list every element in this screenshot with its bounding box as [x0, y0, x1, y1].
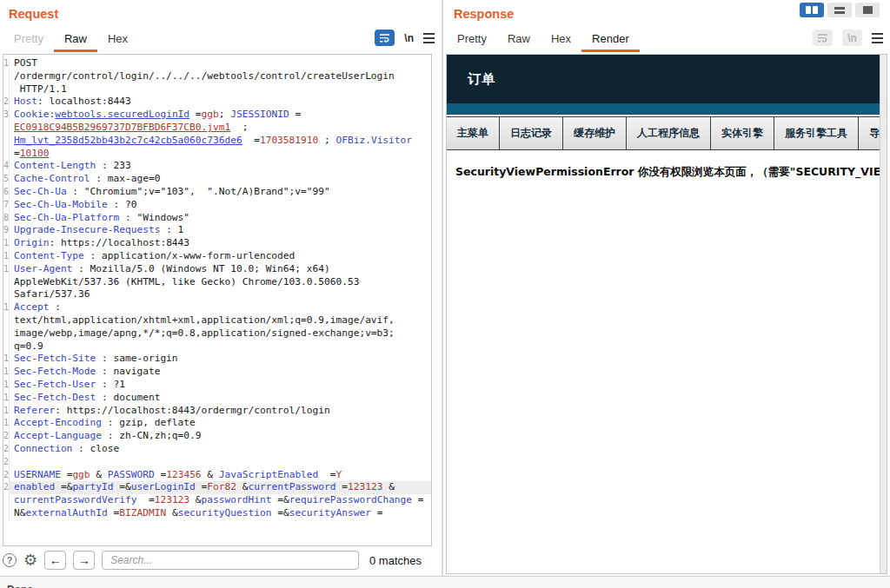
request-panel-title: Request	[9, 7, 58, 21]
line-number	[3, 340, 10, 353]
editor-line: N&externalAuthId =BIZADMIN &securityQues…	[3, 507, 431, 520]
help-icon[interactable]: ?	[3, 553, 17, 567]
editor-line: 6Sec-Ch-Ua : "Chromium";v="103", ".Not/A…	[3, 186, 431, 199]
line-number: 17	[3, 392, 10, 405]
tab-raw[interactable]: Raw	[497, 27, 541, 52]
site-nav-tab[interactable]: 实体引擎	[711, 117, 774, 149]
editor-line: 17Sec-Fetch-Dest : document	[3, 392, 431, 405]
line-number	[3, 83, 10, 96]
line-content: Origin: https://localhost:8443	[10, 237, 431, 250]
line-content: currentPasswordVerify =123123 &passwordH…	[10, 494, 431, 507]
layout-columns-button[interactable]	[800, 3, 824, 17]
line-content: POST	[10, 57, 431, 70]
line-content: Sec-Fetch-User : ?1	[10, 379, 431, 392]
line-content: Sec-Fetch-Mode : navigate	[10, 366, 431, 379]
line-content: Accept-Encoding : gzip, deflate	[10, 417, 431, 430]
line-content: Connection : close	[10, 443, 431, 456]
site-nav-tab[interactable]: 服务引擎工具	[774, 117, 859, 149]
site-header: 订单	[447, 55, 887, 103]
error-message: SecurityViewPermissionError 你没有权限浏览本页面，（…	[455, 165, 887, 180]
line-content: Upgrade-Insecure-Requests : 1	[10, 224, 431, 237]
newline-toggle-icon[interactable]: \n	[404, 32, 414, 44]
line-number: 5	[3, 173, 10, 186]
editor-line: HTTP/1.1	[3, 83, 431, 96]
match-count: 0 matches	[369, 554, 432, 567]
line-number	[3, 70, 10, 83]
word-wrap-icon[interactable]	[375, 30, 395, 46]
settings-gear-icon[interactable]: ⚙	[23, 552, 37, 568]
editor-line: 21Connection : close	[3, 443, 431, 456]
site-nav-tab[interactable]: 缓存维护	[563, 117, 627, 149]
render-frame: 订单 主菜单日志记录缓存维护人工程序信息实体引擎服务引擎工具导入/导出 Secu…	[446, 54, 887, 574]
layout-rows-button[interactable]	[827, 3, 852, 17]
tab-render[interactable]: Render	[581, 27, 640, 52]
newline-toggle-icon-disabled: \n	[847, 32, 857, 44]
menu-icon[interactable]	[423, 33, 435, 43]
editor-line: 11Content-Type : application/x-www-form-…	[3, 250, 431, 263]
line-number: 3	[3, 109, 10, 122]
editor-line: 4Content-Length : 233	[3, 160, 431, 173]
editor-line: 9Upgrade-Insecure-Requests : 1	[3, 224, 431, 237]
line-number: 4	[3, 160, 10, 173]
line-number	[3, 494, 10, 507]
word-wrap-icon-disabled	[813, 30, 833, 46]
done-label: Done	[7, 584, 890, 588]
response-tabbar: PrettyRawHexRender \n	[447, 27, 883, 52]
request-tabbar: PrettyRawHex \n	[3, 27, 435, 52]
editor-line: 2Host: localhost:8443	[3, 96, 431, 109]
line-content: AppleWebKit/537.36 (KHTML, like Gecko) C…	[10, 276, 431, 289]
line-number: 16	[3, 379, 10, 392]
editor-line: 22	[3, 456, 431, 469]
search-input[interactable]	[102, 551, 359, 570]
line-number: 20	[3, 430, 10, 443]
site-nav-tab[interactable]: 主菜单	[447, 117, 500, 149]
line-number: 9	[3, 224, 10, 237]
line-number: 13	[3, 301, 10, 314]
editor-line: 20Accept-Language : zh-CN,zh;q=0.9	[3, 430, 431, 443]
editor-line: q=0.9	[3, 340, 431, 353]
line-number	[3, 135, 10, 148]
tab-hex[interactable]: Hex	[97, 27, 138, 52]
site-nav-tab[interactable]: 日志记录	[500, 117, 563, 149]
tab-hex[interactable]: Hex	[541, 27, 581, 52]
line-number: 18	[3, 405, 10, 418]
line-number	[3, 148, 10, 161]
line-content: Content-Length : 233	[10, 160, 431, 173]
editor-line: 3Cookie:webtools.securedLoginId =ggb; JS…	[3, 109, 431, 122]
editor-line: 14Sec-Fetch-Site : same-origin	[3, 353, 431, 366]
editor-line: 7Sec-Ch-Ua-Mobile : ?0	[3, 199, 431, 212]
line-number: 1	[3, 57, 10, 70]
line-content: N&externalAuthId =BIZADMIN &securityQues…	[10, 507, 431, 520]
search-back-button[interactable]: ←	[44, 551, 66, 570]
render-scrollbar[interactable]	[880, 55, 887, 573]
request-panel: Request PrettyRawHex \n 1POST/ordermgr/c…	[0, 0, 442, 576]
editor-line: Hm_lvt_2358d52bb43b2c7c42cb5a060c736de6 …	[3, 135, 431, 148]
line-content: Accept-Language : zh-CN,zh;q=0.9	[10, 430, 431, 443]
editor-line: 18Referer: https://localhost:8443/orderm…	[3, 405, 431, 418]
request-editor[interactable]: 1POST/ordermgr/control/login/../../../we…	[3, 54, 432, 546]
tab-pretty[interactable]: Pretty	[3, 27, 54, 52]
line-content: Content-Type : application/x-www-form-ur…	[10, 250, 431, 263]
layout-controls	[800, 3, 880, 17]
line-content: /ordermgr/control/login/../../../webtool…	[10, 70, 431, 83]
site-nav-tab[interactable]: 人工程序信息	[627, 117, 711, 149]
menu-icon[interactable]	[872, 33, 883, 43]
search-forward-button[interactable]: →	[73, 551, 95, 570]
line-number: 14	[3, 353, 10, 366]
site-nav-tabs: 主菜单日志记录缓存维护人工程序信息实体引擎服务引擎工具导入/导出	[447, 116, 887, 150]
response-tabs: PrettyRawHexRender	[447, 27, 640, 52]
line-content: Cookie:webtools.securedLoginId =ggb; JSE…	[10, 109, 431, 122]
layout-single-button[interactable]	[855, 3, 880, 17]
line-content: Accept :	[10, 301, 431, 314]
line-number: 8	[3, 212, 10, 225]
line-number: 6	[3, 186, 10, 199]
line-content: Sec-Fetch-Dest : document	[10, 392, 431, 405]
line-number	[3, 327, 10, 340]
editor-line: AppleWebKit/537.36 (KHTML, like Gecko) C…	[3, 276, 431, 289]
line-content: Sec-Ch-Ua-Mobile : ?0	[10, 199, 431, 212]
response-panel-title: Response	[454, 7, 514, 21]
tab-raw[interactable]: Raw	[54, 27, 97, 52]
tab-pretty[interactable]: Pretty	[447, 27, 497, 52]
line-number	[3, 288, 10, 301]
editor-line: currentPasswordVerify =123123 &passwordH…	[3, 494, 431, 507]
